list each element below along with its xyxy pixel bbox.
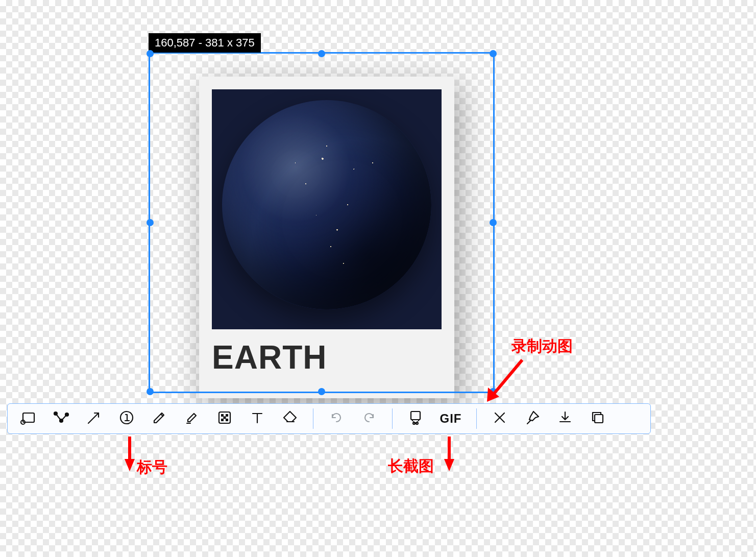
mosaic-tool[interactable] (211, 407, 238, 430)
scrolling-capture-icon (407, 409, 424, 428)
selection-dimensions-label: 160,587 - 381 x 375 (149, 33, 261, 53)
resize-handle-middle-right[interactable] (490, 219, 497, 226)
arrow-icon (86, 409, 102, 428)
annotation-label-scrolling-capture: 长截图 (388, 456, 434, 477)
download-icon (557, 409, 573, 428)
copy-button[interactable] (584, 407, 612, 430)
pencil-icon (151, 409, 167, 428)
redo-icon (361, 409, 377, 428)
number-marker-tool[interactable] (113, 407, 140, 430)
annotation-label-number-marker: 标号 (137, 457, 167, 478)
canvas-stage[interactable]: EARTH 160,587 - 381 x 375 (0, 0, 756, 557)
text-icon (249, 409, 265, 428)
earth-card-label: EARTH (212, 338, 442, 376)
annotation-arrow-record-gif (484, 355, 530, 406)
undo-icon (328, 409, 345, 428)
annotation-label-record-gif: 录制动图 (511, 336, 573, 357)
toolbar-separator (313, 408, 313, 429)
highlighter-icon (184, 409, 200, 428)
gif-icon: GIF (440, 411, 462, 426)
svg-rect-15 (595, 415, 603, 423)
svg-line-20 (493, 360, 522, 395)
record-gif-button[interactable]: GIF (434, 407, 467, 430)
annotation-arrow-scrolling-capture (444, 437, 454, 472)
resize-handle-top-center[interactable] (318, 50, 325, 57)
resize-handle-bottom-center[interactable] (318, 388, 325, 395)
pin-button[interactable] (519, 407, 546, 430)
mosaic-icon (216, 409, 233, 428)
toolbar-separator (476, 408, 477, 429)
highlighter-tool[interactable] (178, 407, 206, 430)
svg-rect-10 (221, 419, 224, 421)
svg-rect-7 (221, 414, 224, 417)
number-marker-icon (118, 409, 135, 428)
scrolling-capture-button[interactable] (402, 407, 429, 430)
arrow-tool[interactable] (80, 407, 108, 430)
globe-graphic (222, 100, 431, 309)
svg-marker-19 (444, 459, 454, 471)
resize-handle-top-right[interactable] (490, 50, 497, 57)
svg-rect-11 (226, 419, 228, 421)
earth-image (212, 89, 442, 329)
text-tool[interactable] (243, 407, 271, 430)
close-button[interactable] (486, 407, 514, 430)
screenshot-toolbar: GIF (7, 403, 651, 434)
svg-rect-8 (226, 414, 228, 417)
eraser-tool[interactable] (276, 407, 304, 430)
resize-handle-top-left[interactable] (147, 50, 154, 57)
svg-rect-12 (411, 411, 420, 420)
resize-handle-middle-left[interactable] (147, 219, 154, 226)
close-icon (492, 409, 508, 428)
resize-handle-bottom-left[interactable] (147, 388, 154, 395)
rectangle-tool[interactable] (15, 407, 42, 430)
annotation-arrow-number-marker (125, 437, 135, 472)
save-button[interactable] (551, 407, 579, 430)
pin-icon (524, 409, 541, 428)
polyline-tool[interactable] (47, 407, 75, 430)
polyline-icon (53, 409, 69, 428)
pencil-tool[interactable] (145, 407, 173, 430)
eraser-icon (282, 409, 298, 428)
toolbar-separator (392, 408, 393, 429)
undo-button[interactable] (323, 407, 350, 430)
svg-rect-9 (224, 417, 226, 419)
svg-marker-17 (125, 459, 135, 471)
copy-icon (590, 409, 606, 428)
rectangle-icon (20, 409, 37, 428)
earth-card: EARTH (199, 77, 454, 398)
redo-button[interactable] (355, 407, 383, 430)
